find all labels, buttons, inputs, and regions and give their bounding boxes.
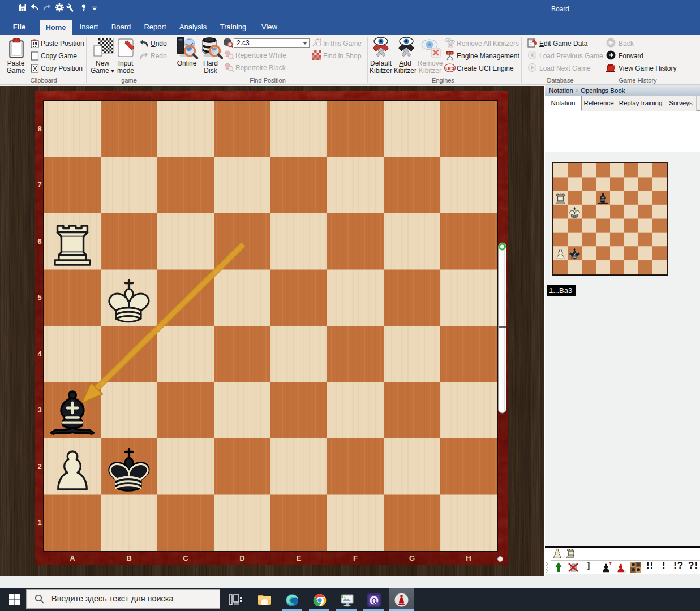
svg-text:T: T [624, 569, 626, 573]
svg-text:T: T [609, 562, 612, 566]
svg-text:Q: Q [371, 597, 376, 605]
svg-text:UCI: UCI [445, 66, 454, 71]
